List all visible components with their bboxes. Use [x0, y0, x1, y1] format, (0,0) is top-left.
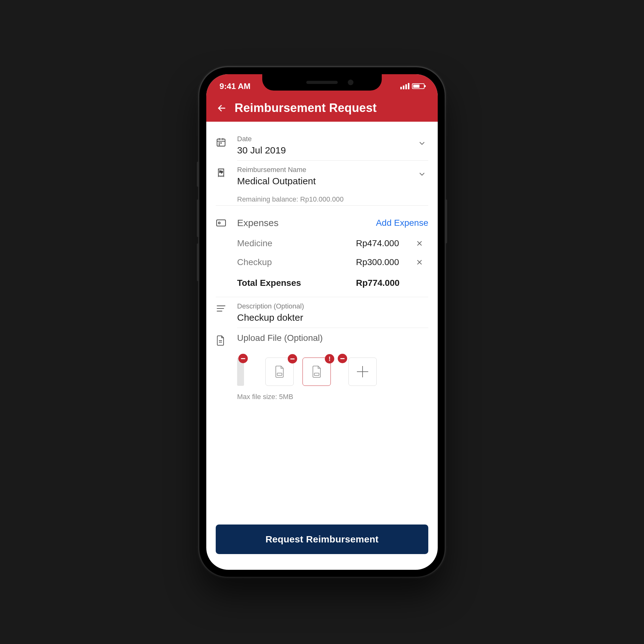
svg-rect-20	[277, 373, 282, 376]
add-file-button[interactable]	[348, 358, 377, 386]
battery-icon	[412, 83, 425, 89]
file-thumbnail-pdf[interactable]	[265, 358, 294, 386]
upload-label: Upload File (Optional)	[237, 333, 428, 343]
zip-icon	[311, 365, 322, 379]
file-size-hint: Max file size: 5MB	[237, 393, 428, 401]
expenses-title: Expenses	[237, 218, 368, 228]
chevron-down-icon	[416, 166, 428, 178]
svg-rect-9	[217, 220, 225, 226]
calendar-icon	[216, 135, 229, 147]
description-label: Description (Optional)	[237, 302, 428, 310]
plus-icon	[357, 366, 368, 377]
svg-point-10	[219, 222, 220, 224]
remaining-balance: Remaining balance: Rp10.000.000	[216, 192, 428, 206]
svg-point-6	[221, 143, 221, 143]
remove-file-button[interactable]	[238, 354, 248, 363]
file-icon	[216, 333, 229, 346]
total-amount: Rp774.000	[356, 278, 428, 288]
expense-row: Checkup Rp300.000	[237, 253, 428, 272]
notch	[262, 74, 382, 91]
expense-list: Medicine Rp474.000 Checkup Rp300.000 Tot…	[216, 234, 428, 297]
svg-text:Rp: Rp	[219, 170, 223, 173]
date-row[interactable]: Date 30 Jul 2019	[216, 130, 428, 161]
add-expense-link[interactable]: Add Expense	[376, 218, 428, 228]
delete-expense-button[interactable]	[416, 258, 428, 266]
svg-point-7	[219, 144, 219, 145]
back-arrow-icon	[217, 103, 226, 113]
wallet-icon	[216, 219, 229, 227]
total-row: Total Expenses Rp774.000	[237, 272, 428, 297]
delete-expense-button[interactable]	[416, 240, 428, 247]
reimb-name-row[interactable]: Rp Reimbursement Name Medical Outpatient	[216, 161, 428, 192]
close-icon	[416, 258, 423, 266]
expense-name: Medicine	[237, 238, 356, 248]
file-thumbnail-zip-error[interactable]: !	[303, 358, 331, 386]
pdf-icon	[274, 365, 285, 379]
upload-row: Upload File (Optional)	[216, 328, 428, 347]
expense-amount: Rp474.000	[356, 238, 416, 248]
back-button[interactable]	[216, 103, 227, 114]
upload-area: ! Max file size: 5MB	[216, 347, 428, 403]
receipt-icon: Rp	[216, 166, 229, 178]
close-icon	[416, 240, 423, 247]
svg-rect-21	[314, 373, 319, 376]
expense-name: Checkup	[237, 257, 356, 267]
submit-button[interactable]: Request Reimbursement	[216, 525, 428, 554]
status-time: 9:41 AM	[219, 81, 251, 91]
chevron-down-icon	[416, 135, 428, 147]
footer: Request Reimbursement	[206, 517, 438, 570]
date-value: 30 Jul 2019	[237, 145, 408, 156]
file-error-badge: !	[325, 354, 334, 364]
expense-amount: Rp300.000	[356, 257, 416, 267]
screen: 9:41 AM Reimbursement Request	[206, 74, 438, 570]
description-row[interactable]: Description (Optional) Checkup dokter	[216, 297, 428, 328]
date-label: Date	[237, 135, 408, 143]
expense-row: Medicine Rp474.000	[237, 234, 428, 253]
phone-frame: 9:41 AM Reimbursement Request	[199, 67, 445, 577]
remove-file-button[interactable]	[338, 354, 347, 363]
remove-file-button[interactable]	[288, 354, 297, 364]
svg-point-5	[219, 143, 219, 143]
total-label: Total Expenses	[237, 278, 356, 288]
file-thumbnail-image[interactable]	[237, 358, 244, 386]
description-value: Checkup dokter	[237, 312, 428, 323]
content: Date 30 Jul 2019 Rp Reimbursement Name M…	[206, 122, 438, 517]
reimb-label: Reimbursement Name	[237, 166, 408, 174]
reimb-value: Medical Outpatient	[237, 176, 408, 186]
page-title: Reimbursement Request	[235, 101, 377, 115]
signal-icon	[400, 83, 409, 89]
text-lines-icon	[216, 302, 229, 313]
expenses-section-header: Expenses Add Expense	[216, 208, 428, 234]
status-right	[400, 83, 425, 89]
